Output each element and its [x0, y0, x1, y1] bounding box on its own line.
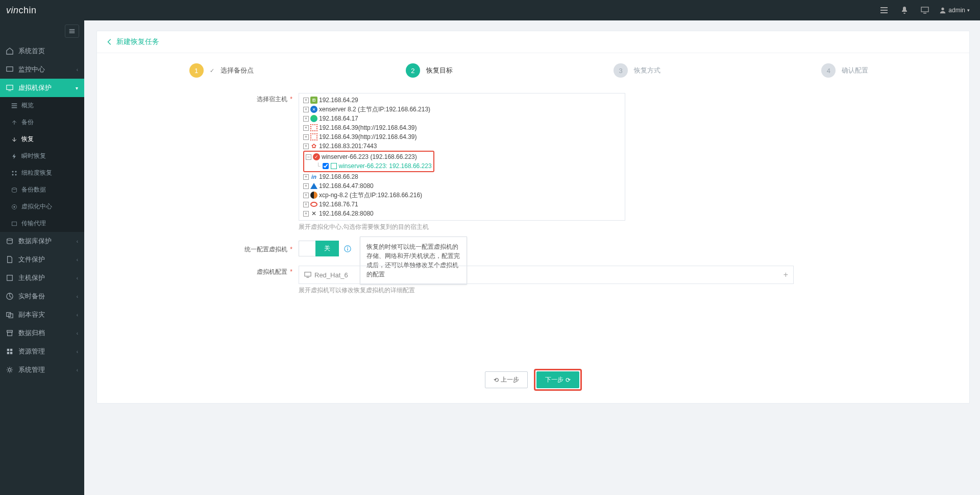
expand-icon[interactable]: +: [303, 193, 309, 198]
step-2[interactable]: 2 恢复目标: [325, 63, 533, 78]
nav-replica[interactable]: 副本容灾‹: [0, 305, 84, 324]
step-3[interactable]: 3 恢复方式: [533, 63, 741, 78]
tree-node[interactable]: +xcp-ng-8.2 (主节点IP:192.168.66.216): [303, 191, 621, 200]
expand-icon[interactable]: −: [306, 154, 311, 160]
logo-chin: chin: [19, 5, 37, 16]
nav-home[interactable]: 系统首页: [0, 42, 84, 60]
toggle-off[interactable]: 关: [315, 241, 339, 256]
step-1[interactable]: 1 ✓ 选择备份点: [117, 63, 325, 78]
svg-rect-24: [7, 275, 13, 281]
bell-icon[interactable]: [894, 0, 915, 20]
tree-node[interactable]: +⊞192.168.64.29: [303, 96, 621, 105]
panel-title: 新建恢复任务: [97, 31, 969, 53]
sidebar-toggle[interactable]: [65, 25, 79, 38]
uniform-toggle[interactable]: 关: [299, 241, 339, 256]
svg-point-15: [12, 171, 14, 172]
tree-node[interactable]: +in192.168.66.28: [303, 172, 621, 181]
svg-point-17: [12, 174, 14, 175]
vm-icon: [331, 163, 337, 169]
svg-rect-3: [921, 7, 928, 12]
subnav-instant[interactable]: 瞬时恢复: [0, 148, 84, 164]
toggle-on[interactable]: [299, 241, 315, 256]
vm-name: Red_Hat_6: [314, 271, 348, 279]
svg-point-34: [8, 368, 11, 371]
svg-point-37: [347, 247, 348, 248]
expand-icon[interactable]: +: [303, 134, 309, 140]
expand-icon[interactable]: +: [303, 144, 309, 149]
arrow-left-icon: ⟲: [494, 376, 499, 384]
chevron-down-icon: ▾: [967, 8, 970, 13]
info-icon[interactable]: [344, 245, 351, 252]
expand-icon[interactable]: +: [303, 116, 309, 122]
svg-point-18: [15, 174, 17, 175]
expand-icon[interactable]: +: [303, 98, 309, 103]
chevron-down-icon: ▾: [76, 85, 78, 91]
svg-rect-6: [69, 29, 75, 30]
logo-vin: vin: [6, 5, 19, 16]
expand-icon[interactable]: +: [303, 183, 309, 189]
next-button[interactable]: 下一步 ⟳: [536, 371, 579, 388]
subnav-restore[interactable]: 恢复: [0, 131, 84, 148]
subnav-granular[interactable]: 细粒度恢复: [0, 164, 84, 181]
next-button-highlight: 下一步 ⟳: [534, 369, 582, 391]
svg-rect-4: [923, 13, 926, 14]
tree-node[interactable]: +✕192.168.64.28:8080: [303, 209, 621, 218]
expand-icon[interactable]: +: [303, 202, 309, 207]
label-uniform: 统一配置虚拟机 *: [117, 243, 299, 254]
nav-realtime[interactable]: 实时备份‹: [0, 287, 84, 305]
tree-node[interactable]: +192.168.64.39(http://192.168.64.39): [303, 123, 621, 132]
nav-db[interactable]: 数据库保护‹: [0, 232, 84, 250]
expand-icon[interactable]: +: [303, 125, 309, 131]
arrow-right-icon: ⟳: [566, 376, 571, 384]
nav-vm-protect[interactable]: 虚拟机保护▾: [0, 79, 84, 97]
nav-file[interactable]: 文件保护‹: [0, 250, 84, 269]
svg-rect-22: [12, 222, 17, 226]
tree-child-selected[interactable]: └ winserver-66.223: 192.168.66.223: [316, 161, 432, 171]
svg-rect-31: [10, 349, 12, 351]
subnav-backup[interactable]: 备份: [0, 114, 84, 131]
svg-rect-9: [7, 67, 13, 72]
expand-icon[interactable]: +: [303, 107, 309, 112]
step-4[interactable]: 4 确认配置: [741, 63, 949, 78]
expand-icon[interactable]: +: [303, 211, 309, 217]
tree-node[interactable]: +192.168.64.47:8080: [303, 181, 621, 191]
svg-point-21: [14, 206, 15, 207]
svg-point-19: [12, 187, 17, 189]
svg-rect-36: [347, 248, 348, 250]
label-host: 选择宿主机 *: [117, 93, 299, 231]
prev-button[interactable]: ⟲ 上一步: [485, 371, 528, 388]
tree-node[interactable]: +192.168.64.17: [303, 114, 621, 123]
monitor-icon[interactable]: [915, 0, 935, 20]
host-checkbox[interactable]: [323, 163, 329, 169]
nav-archive[interactable]: 数据归档‹: [0, 324, 84, 342]
nav-resource[interactable]: 资源管理‹: [0, 342, 84, 361]
monitor-icon: [304, 271, 311, 278]
subnav-proxy[interactable]: 传输代理: [0, 215, 84, 232]
vmconfig-help: 展开虚拟机可以修改恢复虚拟机的详细配置: [299, 286, 625, 295]
host-tree[interactable]: +⊞192.168.64.29+✕xenserver 8.2 (主节点IP:19…: [299, 93, 625, 221]
chevron-left-icon: ‹: [77, 67, 78, 73]
nav-host[interactable]: 主机保护‹: [0, 269, 84, 287]
subnav-vcenter[interactable]: 虚拟化中心: [0, 198, 84, 215]
tasks-icon[interactable]: [874, 0, 894, 20]
svg-rect-13: [12, 105, 17, 106]
panel-footer: ⟲ 上一步 下一步 ⟳: [97, 360, 969, 403]
top-header: vinchin admin ▾: [0, 0, 980, 20]
tree-node[interactable]: +192.168.64.39(http://192.168.64.39): [303, 132, 621, 142]
expand-icon[interactable]: +: [303, 174, 309, 180]
subnav-overview[interactable]: 概览: [0, 97, 84, 114]
tree-node[interactable]: +192.168.76.71: [303, 200, 621, 209]
nav-monitor[interactable]: 监控中心‹: [0, 60, 84, 79]
subnav-backupdata[interactable]: 备份数据: [0, 181, 84, 198]
tree-node[interactable]: +✕xenserver 8.2 (主节点IP:192.168.66.213): [303, 105, 621, 114]
svg-rect-7: [69, 31, 75, 31]
svg-rect-8: [69, 33, 75, 33]
expand-icon[interactable]: +: [783, 270, 788, 279]
vm-config-row[interactable]: Red_Hat_6 +: [299, 266, 794, 284]
svg-rect-1: [880, 10, 888, 11]
tree-node[interactable]: −✓winserver-66.223 (192.168.66.223): [306, 152, 432, 161]
tree-node[interactable]: +✿192.168.83.201:7443: [303, 142, 621, 151]
svg-rect-11: [8, 90, 11, 91]
nav-system[interactable]: 系统管理‹: [0, 361, 84, 379]
user-menu[interactable]: admin ▾: [935, 7, 974, 14]
